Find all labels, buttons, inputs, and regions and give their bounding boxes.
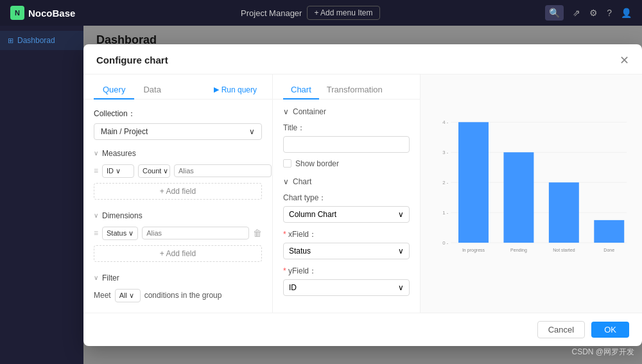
nav-center: Project Manager + Add menu Item: [241, 6, 379, 20]
settings-nav-icon[interactable]: ⚙: [589, 8, 598, 18]
help-nav-icon[interactable]: ?: [607, 8, 612, 18]
modal-body: Query Data ▶ Run query: [83, 74, 642, 313]
yfield-chevron-icon: ∨: [398, 283, 404, 292]
xfield-select[interactable]: Status ∨: [283, 243, 410, 259]
dimension-field-value: Status: [107, 229, 126, 237]
chart-type-chevron-icon: ∨: [398, 210, 404, 219]
modal-close-button[interactable]: ✕: [620, 55, 629, 66]
svg-text:Not started: Not started: [553, 248, 575, 252]
measure-alias-input[interactable]: [174, 164, 272, 177]
dimension-alias-input[interactable]: [142, 227, 249, 239]
collection-label: Collection：: [94, 108, 262, 119]
ok-button[interactable]: OK: [591, 322, 629, 338]
main-content: Dashborad Configure chart ✕ Query: [83, 26, 642, 364]
watermark: CSDN @网罗开发: [571, 347, 634, 358]
dimension-row: ≡ Status ∨ 🗑: [94, 227, 262, 240]
nav-title: Project Manager: [241, 8, 302, 18]
filter-section-header: ∨ Filter: [94, 273, 262, 282]
measures-section-header: ∨ Measures: [94, 149, 262, 158]
filter-all-select[interactable]: All ∨: [115, 289, 141, 302]
drag-handle-icon[interactable]: ≡: [94, 166, 98, 175]
user-nav-icon[interactable]: 👤: [621, 8, 632, 18]
logo: N NocoBase: [10, 6, 75, 20]
show-border-checkbox[interactable]: [283, 159, 291, 168]
search-nav-icon[interactable]: 🔍: [545, 5, 564, 21]
svg-text:0 -: 0 -: [442, 240, 449, 246]
title-input[interactable]: [283, 136, 410, 153]
container-label: Container: [293, 107, 326, 116]
collection-value: Main / Project: [101, 127, 148, 136]
sidebar-item-dashborad[interactable]: ⊞ Dashborad: [0, 31, 83, 50]
svg-text:1 -: 1 -: [442, 210, 449, 216]
xfield-field: * xField： Status ∨: [283, 229, 410, 259]
show-border-row: Show border: [283, 159, 410, 168]
add-menu-label: + Add menu Item: [314, 8, 372, 17]
collection-chevron-icon: ∨: [249, 127, 255, 136]
container-arrow-icon: ∨: [283, 107, 289, 116]
config-content: ∨ Container Title： Show border: [273, 100, 420, 313]
filter-arrow-icon: ∨: [94, 274, 98, 281]
measures-add-field-button[interactable]: + Add field: [94, 183, 262, 200]
chart-preview: 4 - 3 - 2 - 1 - 0 -: [421, 74, 642, 313]
cancel-label: Cancel: [548, 325, 574, 334]
yfield-field: * yField： ID ∨: [283, 266, 410, 296]
share-nav-icon[interactable]: ⇗: [573, 8, 580, 18]
measure-agg-select[interactable]: Count ∨: [138, 164, 170, 178]
dimension-field-select[interactable]: Status ∨: [102, 227, 138, 240]
bar-in-progress: [458, 122, 489, 243]
conditions-label: conditions in the group: [144, 291, 222, 300]
measure-agg-value: Count: [143, 167, 161, 175]
dimension-delete-button[interactable]: 🗑: [253, 228, 262, 238]
chart-section: ∨ Chart Chart type： Column Chart ∨: [283, 177, 410, 296]
tab-data[interactable]: Data: [134, 81, 169, 100]
bar-done: [594, 220, 624, 242]
cancel-button[interactable]: Cancel: [537, 321, 585, 338]
top-nav: N NocoBase Project Manager + Add menu It…: [0, 0, 642, 26]
measure-field-chevron-icon: ∨: [116, 167, 121, 175]
config-tab-transformation[interactable]: Transformation: [319, 81, 390, 100]
modal-header: Configure chart ✕: [83, 44, 642, 74]
dimensions-arrow-icon: ∨: [94, 212, 98, 219]
filter-all-chevron-icon: ∨: [129, 291, 134, 300]
logo-icon: N: [10, 6, 24, 20]
chart-type-select[interactable]: Column Chart ∨: [283, 206, 410, 223]
svg-text:3 -: 3 -: [442, 150, 449, 155]
tab-query[interactable]: Query: [94, 81, 134, 100]
yfield-label: * yField：: [283, 266, 410, 277]
title-label: Title：: [283, 123, 410, 134]
run-query-button[interactable]: ▶ Run query: [209, 83, 262, 97]
svg-text:In progress: In progress: [462, 248, 485, 253]
ok-label: OK: [604, 325, 616, 334]
dashborad-icon: ⊞: [8, 37, 13, 45]
chart-type-field: Chart type： Column Chart ∨: [283, 193, 410, 223]
dimensions-section-header: ∨ Dimensions: [94, 211, 262, 220]
measure-row: ≡ ID ∨ Count ∨ 🗑: [94, 164, 262, 178]
filter-all-value: All: [119, 291, 127, 299]
measures-add-field-label: + Add field: [160, 187, 196, 196]
chart-section-label: Chart: [293, 177, 311, 186]
svg-text:4 -: 4 -: [442, 119, 449, 125]
layout: ⊞ Dashborad Dashborad Configure chart ✕: [0, 26, 642, 364]
yfield-select[interactable]: ID ∨: [283, 279, 410, 296]
xfield-label: * xField：: [283, 229, 410, 240]
yfield-required-mark: *: [283, 266, 288, 275]
dimensions-add-field-label: + Add field: [160, 249, 196, 258]
meet-label: Meet: [94, 291, 111, 300]
measure-agg-chevron-icon: ∨: [163, 167, 168, 175]
measure-field-value: ID: [107, 167, 114, 175]
config-tab-chart[interactable]: Chart: [283, 81, 319, 100]
measures-arrow-icon: ∨: [94, 150, 98, 157]
collection-select[interactable]: Main / Project ∨: [94, 123, 262, 140]
show-border-label: Show border: [295, 159, 339, 168]
run-icon: ▶: [214, 85, 219, 94]
dimensions-add-field-button[interactable]: + Add field: [94, 245, 262, 262]
query-panel: Query Data ▶ Run query: [83, 74, 273, 313]
xfield-required-mark: *: [283, 230, 288, 239]
dim-drag-handle-icon[interactable]: ≡: [94, 229, 98, 238]
add-menu-button[interactable]: + Add menu Item: [307, 6, 379, 20]
chart-config-panel: Chart Transformation ∨ Contai: [273, 74, 421, 313]
bar-pending: [503, 152, 534, 243]
configure-chart-modal: Configure chart ✕ Query Data: [83, 44, 642, 346]
measure-field-select[interactable]: ID ∨: [102, 164, 134, 178]
chart-type-label: Chart type：: [283, 193, 410, 204]
